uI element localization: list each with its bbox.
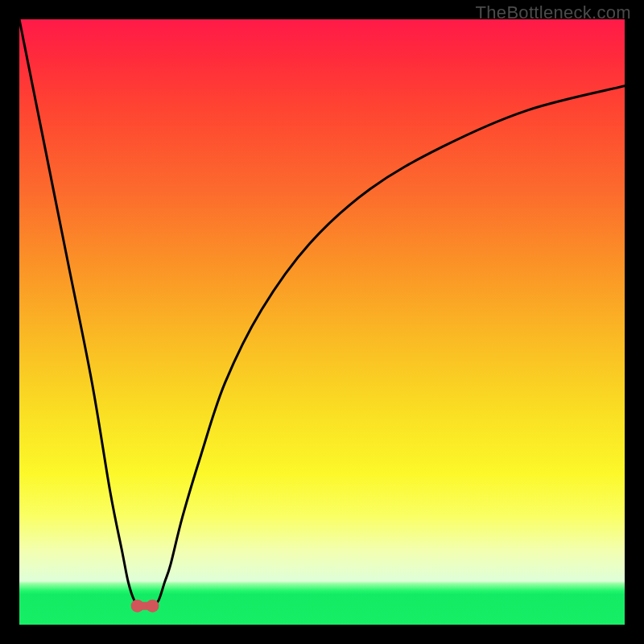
minimum-points-0 <box>131 600 144 613</box>
curve-left-branch <box>19 19 140 606</box>
minimum-points-1 <box>146 600 159 613</box>
watermark-text: TheBottleneck.com <box>476 2 631 23</box>
curve-layer <box>19 19 625 625</box>
curve-right-branch <box>152 86 625 607</box>
chart-frame: TheBottleneck.com <box>0 0 644 644</box>
plot-area <box>19 19 625 625</box>
